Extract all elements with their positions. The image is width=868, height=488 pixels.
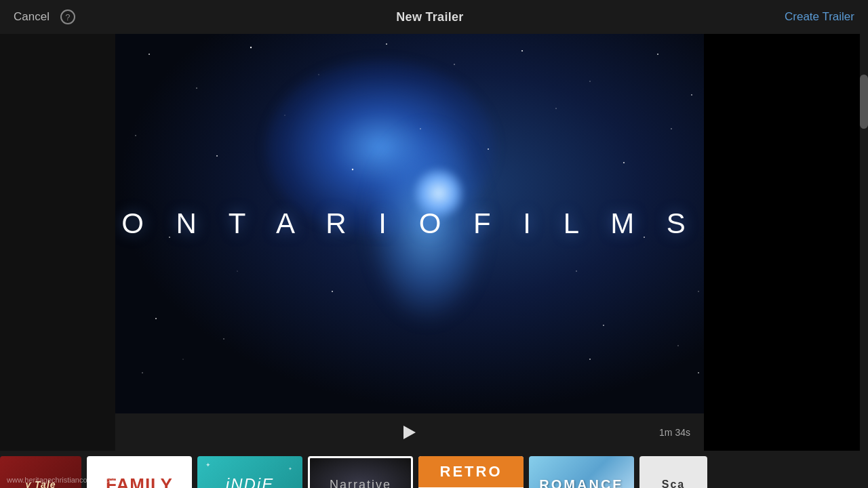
- preview-area: O N T A R I O F I L M S: [115, 34, 704, 413]
- svg-point-21: [332, 291, 333, 292]
- svg-point-5: [454, 64, 455, 65]
- svg-point-31: [142, 372, 143, 373]
- create-trailer-button[interactable]: Create Trailer: [785, 10, 854, 24]
- scrollbar[interactable]: [860, 34, 868, 488]
- svg-point-1: [196, 87, 197, 89]
- thumb-narrative-label: Narrative: [330, 478, 391, 489]
- svg-point-16: [555, 108, 556, 108]
- svg-point-17: [623, 162, 625, 163]
- svg-point-9: [691, 94, 692, 96]
- thumb-scary[interactable]: Sca: [639, 456, 707, 489]
- svg-point-29: [182, 359, 183, 359]
- svg-point-20: [237, 270, 237, 271]
- page-title: New Trailer: [396, 10, 463, 24]
- svg-point-7: [589, 81, 590, 81]
- thumb-romance[interactable]: ROMANCE: [529, 456, 634, 489]
- thumb-romance-label: ROMANCE: [539, 477, 623, 489]
- thumb-indie[interactable]: ✦ ✦ ✦ ✦ iNDiE: [197, 456, 302, 489]
- cancel-button[interactable]: Cancel: [14, 10, 50, 24]
- svg-point-6: [521, 50, 523, 52]
- preview-container: O N T A R I O F I L M S: [115, 34, 704, 413]
- top-bar-left: Cancel ?: [14, 9, 75, 24]
- thumb-scary-label: Sca: [662, 479, 685, 488]
- svg-point-25: [155, 318, 157, 319]
- play-button[interactable]: [403, 426, 416, 439]
- thumb-retro-inner: RETRO: [418, 456, 524, 488]
- thumb-retro[interactable]: RETRO: [418, 456, 524, 489]
- svg-point-8: [657, 54, 658, 55]
- thumbnail-strip: y Tale FAMILY ✦ ✦ ✦ ✦ iNDiE Narrative RE…: [0, 451, 868, 488]
- help-icon[interactable]: ?: [60, 9, 75, 24]
- svg-point-32: [698, 372, 699, 373]
- svg-point-2: [250, 47, 252, 48]
- svg-point-24: [698, 291, 698, 291]
- left-sidebar: [0, 34, 115, 488]
- thumb-indie-label: iNDiE: [226, 475, 274, 488]
- svg-point-26: [223, 338, 224, 340]
- svg-point-0: [149, 54, 150, 55]
- svg-point-18: [671, 128, 672, 129]
- svg-point-27: [603, 325, 604, 326]
- svg-point-10: [135, 135, 136, 136]
- watermark: www.heritagechristiancollege.com: [7, 476, 119, 484]
- scrollbar-thumb[interactable]: [860, 75, 868, 129]
- top-bar: Cancel ? New Trailer Create Trailer: [0, 0, 868, 34]
- svg-point-28: [677, 345, 678, 346]
- svg-point-22: [576, 270, 577, 272]
- preview-title: O N T A R I O F I L M S: [121, 207, 698, 240]
- thumb-narrative[interactable]: Narrative: [308, 456, 413, 489]
- controls-area: 1m 34s: [115, 413, 704, 451]
- thumb-retro-label: RETRO: [440, 463, 502, 481]
- duration-label: 1m 34s: [659, 427, 690, 438]
- svg-point-4: [386, 43, 387, 45]
- svg-point-30: [589, 359, 591, 360]
- svg-point-11: [216, 155, 218, 157]
